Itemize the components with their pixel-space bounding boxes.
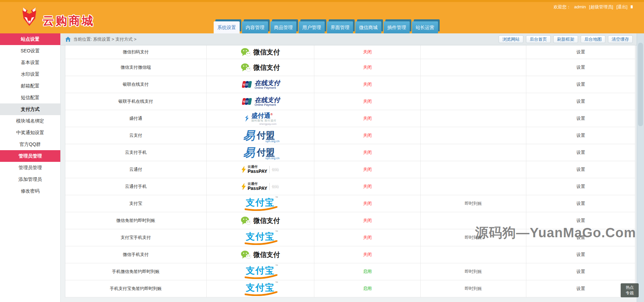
table-row: 手机微信免签约即时到账支付宝™启用即时到账设置: [65, 263, 635, 280]
settings-link[interactable]: 设置: [576, 201, 585, 207]
settle-type-cell: 即时到账: [421, 263, 527, 280]
table-row: 云通付云通付PassPAY创始关闭设置: [65, 161, 635, 178]
logout-link[interactable]: [退出]: [616, 4, 627, 9]
settings-link[interactable]: 设置: [576, 218, 585, 224]
payment-status-cell: 关闭: [314, 212, 421, 229]
payment-logo-cell: 云通付PassPAY创始: [207, 161, 315, 178]
passpay-side-text: 创始: [272, 184, 279, 189]
status-label[interactable]: 关闭: [363, 149, 372, 156]
quick-button-后台地图[interactable]: 后台地图: [581, 35, 605, 43]
status-label[interactable]: 关闭: [363, 64, 372, 70]
status-label[interactable]: 关闭: [363, 235, 372, 241]
payment-status-cell: 关闭: [314, 76, 421, 93]
status-label[interactable]: 关闭: [363, 98, 372, 104]
sidebar: 站点设置SEO设置基本设置水印设置邮箱配置短信配置支付方式模块域名绑定中奖通知设…: [0, 33, 61, 302]
sidebar-item-水印设置[interactable]: 水印设置: [0, 68, 60, 80]
wechat-pay-label: 微信支付: [253, 216, 280, 225]
settle-type-cell: [421, 76, 527, 93]
payment-logo-cell: 云通付PassPAY创始: [207, 178, 315, 195]
corner-widget[interactable]: 热点 专题: [621, 283, 639, 297]
settings-link[interactable]: 设置: [576, 252, 585, 258]
passpay-cn-label: 云通付: [248, 182, 267, 186]
payment-name-cell: 盛付通: [65, 110, 207, 127]
settings-link[interactable]: 设置: [576, 286, 585, 292]
sidebar-item-短信配置[interactable]: 短信配置: [0, 92, 60, 103]
quick-button-浏览网站[interactable]: 浏览网站: [499, 35, 523, 43]
settings-link[interactable]: 设置: [576, 132, 585, 138]
tab-微信商城[interactable]: 微信商城: [355, 21, 381, 33]
sidebar-item-支付方式[interactable]: 支付方式: [0, 103, 60, 115]
yifumeng-logo: 易付盟uyh.org.cn: [243, 146, 277, 159]
tab-界面管理[interactable]: 界面管理: [327, 21, 353, 33]
settings-link[interactable]: 设置: [576, 167, 585, 173]
sidebar-item-SEO设置[interactable]: SEO设置: [0, 45, 60, 57]
table-row: 云支付手机易付盟uyh.org.cn关闭设置: [65, 144, 635, 161]
sidebar-item-管理员管理[interactable]: 管理员管理: [0, 162, 60, 174]
sidebar-item-基本设置[interactable]: 基本设置: [0, 57, 60, 68]
payment-name-cell: 云支付: [65, 127, 207, 144]
corner-widget-line2[interactable]: 专题: [621, 290, 639, 296]
sidebar-item-官方QQ群[interactable]: 官方QQ群: [0, 138, 60, 150]
settings-link[interactable]: 设置: [576, 49, 585, 55]
tab-系统设置[interactable]: 系统设置: [214, 21, 240, 33]
status-label[interactable]: 关闭: [363, 218, 372, 224]
top-header: 云购商城 欢迎您： admin [超级管理员] [退出] 系统设置内容管理商品管…: [0, 0, 644, 33]
sidebar-section-站点设置[interactable]: 站点设置: [0, 33, 60, 45]
action-cell: 设置: [526, 195, 635, 212]
settings-link[interactable]: 设置: [576, 184, 585, 190]
action-cell: 设置: [526, 263, 635, 280]
settings-link[interactable]: 设置: [576, 98, 585, 104]
passpay-text: 云通付PassPAY: [248, 165, 267, 174]
settings-link[interactable]: 设置: [576, 149, 585, 156]
quick-button-刷新框架[interactable]: 刷新框架: [553, 35, 578, 43]
payment-name: 微信手机支付: [123, 252, 149, 258]
page-scrollbar-thumb[interactable]: [638, 43, 643, 126]
tab-内容管理[interactable]: 内容管理: [242, 21, 268, 33]
settings-link[interactable]: 设置: [576, 115, 585, 121]
sidebar-item-添加管理员[interactable]: 添加管理员: [0, 174, 60, 185]
wechat-bubble-icon: [241, 250, 251, 259]
username: admin: [574, 4, 586, 9]
status-label[interactable]: 关闭: [363, 252, 372, 258]
status-label[interactable]: 关闭: [363, 184, 372, 190]
corner-widget-line1[interactable]: 热点: [621, 285, 639, 290]
yifumeng-url: uyh.org.cn: [265, 157, 279, 160]
tab-用户管理[interactable]: 用户管理: [299, 21, 325, 33]
status-label[interactable]: 启用: [363, 269, 372, 275]
sidebar-item-中奖通知设置[interactable]: 中奖通知设置: [0, 127, 60, 138]
sidebar-item-修改密码[interactable]: 修改密码: [0, 185, 60, 197]
settings-link[interactable]: 设置: [576, 81, 585, 87]
quick-button-清空缓存[interactable]: 清空缓存: [608, 35, 633, 43]
wechat-bubble-icon: [241, 63, 251, 72]
action-cell: 设置: [526, 45, 635, 59]
quick-button-后台首页[interactable]: 后台首页: [526, 35, 551, 43]
sidebar-section-管理员管理[interactable]: 管理员管理: [0, 150, 60, 162]
passpay-text: 云通付PassPAY: [248, 182, 267, 191]
shengpay-reg-mark: ®: [270, 113, 273, 116]
svg-text:银联: 银联: [242, 100, 249, 103]
welcome-bar: 欢迎您： admin [超级管理员] [退出]: [552, 4, 633, 10]
payment-name: 银联手机在线支付: [118, 98, 153, 104]
tab-商品管理[interactable]: 商品管理: [270, 21, 296, 33]
status-label[interactable]: 关闭: [363, 49, 372, 55]
action-cell: 设置: [526, 246, 635, 263]
page-scrollbar-track: [637, 33, 644, 302]
action-cell: 设置: [526, 280, 635, 297]
status-label[interactable]: 关闭: [363, 81, 372, 87]
sidebar-item-邮箱配置[interactable]: 邮箱配置: [0, 80, 60, 92]
status-label[interactable]: 关闭: [363, 132, 372, 138]
wechat-pay-logo: 微信支付: [241, 250, 280, 259]
sidebar-item-模块域名绑定[interactable]: 模块域名绑定: [0, 115, 60, 127]
settings-link[interactable]: 设置: [576, 269, 585, 275]
settings-link[interactable]: 设置: [576, 64, 585, 70]
payment-name: 云支付: [129, 132, 142, 138]
status-label[interactable]: 关闭: [363, 201, 372, 207]
passpay-divider: [269, 183, 270, 190]
status-label[interactable]: 启用: [363, 286, 372, 292]
tab-插件管理[interactable]: 插件管理: [384, 21, 410, 33]
home-icon[interactable]: [65, 37, 71, 42]
tab-站长运营[interactable]: 站长运营: [412, 21, 438, 33]
status-label[interactable]: 关闭: [363, 167, 372, 173]
status-label[interactable]: 关闭: [363, 115, 372, 121]
payment-name-cell: 支付宝: [65, 195, 207, 212]
